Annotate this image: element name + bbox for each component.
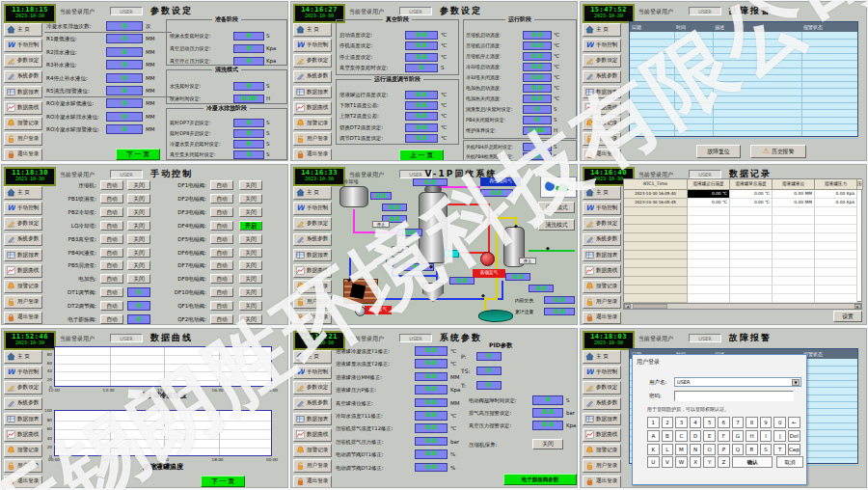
sidebar-item-data-curve[interactable]: 数据曲线: [583, 101, 621, 115]
data-cell[interactable]: [815, 216, 857, 225]
sidebar-item-home[interactable]: 主 页: [293, 23, 332, 37]
value-field[interactable]: 0: [106, 86, 143, 95]
value-field[interactable]: 0.0: [523, 63, 552, 71]
value-field[interactable]: 0: [106, 34, 143, 43]
login-user-box[interactable]: USER: [689, 170, 721, 178]
login-user-box[interactable]: USER: [110, 7, 143, 15]
data-cell[interactable]: [773, 286, 815, 294]
value-field[interactable]: 0: [233, 150, 264, 159]
sidebar-item-data-report[interactable]: 数据报表: [293, 413, 332, 426]
value-field[interactable]: 0: [523, 116, 552, 124]
value-field[interactable]: 0: [523, 105, 552, 114]
value-field[interactable]: 0: [233, 32, 264, 41]
key-8[interactable]: 8: [746, 417, 758, 428]
data-cell[interactable]: 0.00 ℃: [730, 190, 773, 199]
value-field[interactable]: 0.0: [415, 346, 448, 356]
key-0[interactable]: 0: [773, 417, 786, 428]
value-field[interactable]: 0.0: [405, 112, 438, 121]
key-H[interactable]: H: [746, 430, 758, 442]
sidebar-item-user-login[interactable]: 用户登录: [293, 295, 332, 309]
login-user-box[interactable]: USER: [399, 7, 432, 15]
value-field[interactable]: 0.0: [415, 449, 448, 459]
value-field[interactable]: 0: [476, 352, 502, 361]
page-nav-button[interactable]: 下 一 页: [116, 149, 160, 160]
key-K[interactable]: K: [647, 444, 660, 455]
sidebar-item-alarm-record[interactable]: 报警记录: [293, 280, 332, 293]
key-M[interactable]: M: [675, 444, 688, 455]
sidebar-item-manual-control[interactable]: W手动控制: [583, 366, 621, 379]
auto-button[interactable]: 自动: [100, 301, 123, 311]
sidebar-item-manual-control[interactable]: W手动控制: [293, 202, 332, 215]
login-user-box[interactable]: USER: [110, 334, 143, 342]
data-cell[interactable]: [730, 259, 773, 268]
key-P[interactable]: P: [718, 444, 730, 455]
key-D[interactable]: D: [690, 430, 702, 442]
auto-button[interactable]: 自动: [210, 234, 233, 244]
sidebar-item-manual-control[interactable]: W手动控制: [583, 202, 621, 215]
auto-button[interactable]: 自动: [210, 221, 233, 231]
data-cell[interactable]: [815, 259, 857, 268]
key-I[interactable]: I: [760, 430, 773, 442]
data-cell[interactable]: [730, 225, 773, 233]
process-readout[interactable]: 0.0: [413, 178, 448, 186]
login-user-box[interactable]: USER: [110, 170, 143, 178]
dropdown-arrow-icon[interactable]: ▼: [792, 379, 800, 386]
sidebar-item-system-param[interactable]: 系统参数: [293, 70, 332, 84]
value-field[interactable]: 0.00: [233, 95, 264, 103]
key-Del[interactable]: Del: [788, 430, 800, 442]
data-cell[interactable]: [773, 225, 815, 233]
sidebar-item-home[interactable]: 主 页: [293, 186, 332, 200]
state-button[interactable]: 关闭: [239, 248, 262, 258]
data-cell[interactable]: 0.00 Kpa: [815, 199, 857, 207]
sidebar-item-alarm-record[interactable]: 报警记录: [583, 117, 621, 130]
data-cell[interactable]: [730, 294, 773, 303]
value-field[interactable]: 0.0: [415, 423, 448, 433]
data-cell[interactable]: [773, 268, 815, 277]
password-input[interactable]: [674, 391, 794, 401]
sidebar-item-system-param[interactable]: 系统参数: [293, 233, 332, 247]
sidebar-item-param-setting[interactable]: 参数设定: [4, 381, 42, 395]
data-cell[interactable]: [815, 294, 857, 303]
data-cell[interactable]: 0.00 ℃: [730, 199, 773, 207]
sidebar-item-data-curve[interactable]: 数据曲线: [4, 101, 42, 115]
sidebar-item-alarm-record[interactable]: 报警记录: [293, 444, 332, 457]
sidebar-item-logout[interactable]: 退出登录: [4, 149, 42, 161]
clean-mode-button[interactable]: 清洗模式: [538, 219, 575, 231]
data-cell[interactable]: [815, 277, 857, 286]
auto-button[interactable]: 自动: [100, 287, 123, 297]
sidebar-item-user-login[interactable]: 用户登录: [583, 459, 621, 473]
value-field[interactable]: 0: [106, 60, 143, 69]
process-readout[interactable]: 0.0: [449, 277, 475, 285]
data-cell[interactable]: [688, 268, 730, 277]
data-cell[interactable]: 0.00 ℃: [688, 190, 730, 199]
sidebar-item-data-curve[interactable]: 数据曲线: [583, 264, 621, 278]
key-S[interactable]: S: [760, 444, 773, 455]
key-1[interactable]: 1: [647, 417, 660, 428]
process-readout[interactable]: 0.0: [397, 229, 422, 236]
data-cell[interactable]: [730, 251, 773, 259]
sidebar-item-home[interactable]: 主 页: [583, 350, 621, 364]
data-cell[interactable]: [815, 251, 857, 259]
sidebar-item-data-report[interactable]: 数据报表: [293, 86, 332, 99]
value-field[interactable]: 0.0: [523, 95, 552, 103]
column-header[interactable]: 压缩机: [857, 179, 863, 190]
auto-button[interactable]: 自动: [210, 301, 233, 311]
auto-button[interactable]: 自动: [210, 180, 233, 190]
h-scrollbar[interactable]: ◄►: [623, 303, 862, 310]
value-field[interactable]: 0.0: [405, 53, 438, 62]
sidebar-item-data-report[interactable]: 数据报表: [293, 249, 332, 262]
login-user-box[interactable]: USER: [399, 334, 432, 342]
auto-button[interactable]: 自动: [100, 234, 123, 244]
sidebar-item-user-login[interactable]: 用户登录: [583, 132, 621, 146]
data-cell[interactable]: [773, 277, 815, 286]
key-B[interactable]: B: [662, 430, 674, 442]
value-field[interactable]: 0.0: [405, 41, 438, 50]
sidebar-item-user-login[interactable]: 用户登录: [293, 459, 332, 473]
data-cell[interactable]: [688, 286, 730, 294]
data-cell[interactable]: [688, 216, 730, 225]
value-field[interactable]: 0: [106, 124, 143, 134]
data-cell[interactable]: [773, 242, 815, 251]
value-field[interactable]: 0: [106, 47, 143, 57]
sidebar-item-system-param[interactable]: 系统参数: [583, 233, 621, 247]
value-field[interactable]: 0.0: [415, 385, 448, 395]
